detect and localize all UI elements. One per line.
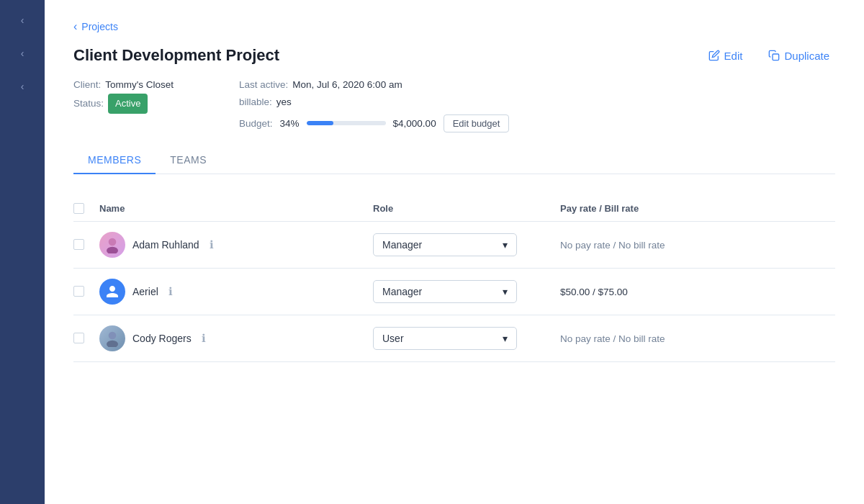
- chevron-down-icon: ▾: [503, 239, 508, 251]
- member-name-container: Aeriel ℹ: [99, 279, 373, 305]
- row-name-cell: Aeriel ℹ: [99, 268, 373, 315]
- svg-point-2: [107, 246, 118, 253]
- client-value: Tommy's Closet: [105, 76, 174, 94]
- chevron-down-icon: ▾: [503, 333, 508, 344]
- budget-amount: $4,000.00: [393, 118, 436, 129]
- billable-value: yes: [276, 94, 292, 111]
- user-icon: [105, 284, 120, 299]
- svg-point-3: [109, 331, 117, 339]
- duplicate-icon: [768, 50, 780, 61]
- progress-bar-fill: [307, 121, 333, 125]
- status-row: Status: Active: [73, 94, 239, 113]
- meta-left: Client: Tommy's Closet Status: Active: [73, 76, 239, 132]
- billable-label: billable:: [239, 94, 272, 111]
- row-role-cell: Manager ▾: [373, 268, 560, 315]
- info-icon[interactable]: ℹ: [168, 285, 173, 298]
- row-rate-cell: No pay rate / No bill rate: [560, 315, 835, 361]
- edit-label: Edit: [724, 50, 743, 62]
- member-name: Aeriel: [132, 286, 158, 297]
- sidebar: ‹ ‹ ‹: [0, 0, 45, 504]
- breadcrumb[interactable]: ‹ Projects: [73, 20, 835, 33]
- progress-bar-background: [307, 121, 386, 125]
- svg-point-1: [109, 238, 117, 246]
- table-row: Aeriel ℹ Manager ▾ $50.00 / $75.00: [73, 268, 835, 315]
- chevron-down-icon: ▾: [503, 286, 508, 297]
- member-name-container: Cody Rogers ℹ: [99, 325, 373, 351]
- row-checkbox[interactable]: [73, 333, 84, 343]
- edit-button[interactable]: Edit: [703, 47, 749, 65]
- last-active-value: Mon, Jul 6, 2020 6:00 am: [292, 76, 402, 94]
- row-check-cell: [73, 315, 99, 361]
- row-name-cell: Cody Rogers ℹ: [99, 315, 373, 361]
- header-role: Role: [373, 196, 560, 222]
- edit-icon: [708, 50, 720, 61]
- header-actions: Edit Duplicate: [703, 47, 835, 65]
- header-rate: Pay rate / Bill rate: [560, 196, 835, 222]
- duplicate-button[interactable]: Duplicate: [762, 47, 835, 65]
- page-title: Client Development Project: [73, 46, 279, 65]
- status-badge: Active: [108, 94, 148, 113]
- name-header-label: Name: [99, 203, 125, 214]
- tab-members[interactable]: MEMBERS: [73, 147, 156, 174]
- role-value: User: [382, 333, 404, 344]
- budget-row: Budget: 34% $4,000.00 Edit budget: [239, 114, 835, 132]
- row-checkbox[interactable]: [73, 239, 84, 250]
- edit-budget-button[interactable]: Edit budget: [444, 114, 510, 132]
- member-name: Cody Rogers: [132, 333, 192, 344]
- row-check-cell: [73, 221, 99, 268]
- row-rate-cell: No pay rate / No bill rate: [560, 221, 835, 268]
- rate-header-label: Pay rate / Bill rate: [560, 203, 639, 214]
- role-dropdown[interactable]: Manager ▾: [373, 233, 517, 256]
- budget-percent: 34%: [280, 118, 300, 129]
- role-value: Manager: [382, 239, 422, 251]
- duplicate-label: Duplicate: [784, 50, 829, 62]
- row-checkbox[interactable]: [73, 286, 84, 297]
- main-content: ‹ Projects Client Development Project Ed…: [45, 0, 864, 504]
- member-name-container: Adam Ruhland ℹ: [99, 232, 373, 258]
- member-name: Adam Ruhland: [132, 239, 199, 251]
- avatar: [99, 232, 125, 258]
- avatar-person-icon: [104, 330, 121, 347]
- table-row: Adam Ruhland ℹ Manager ▾ No pay rate / N…: [73, 221, 835, 268]
- breadcrumb-label: Projects: [81, 21, 118, 32]
- sidebar-collapse-1[interactable]: ‹: [21, 14, 24, 26]
- page-header: Client Development Project Edit Duplicat…: [73, 46, 835, 65]
- last-active-label: Last active:: [239, 76, 288, 94]
- last-active-row: Last active: Mon, Jul 6, 2020 6:00 am: [239, 76, 835, 94]
- role-dropdown[interactable]: Manager ▾: [373, 280, 517, 303]
- row-role-cell: Manager ▾: [373, 221, 560, 268]
- meta-right: Last active: Mon, Jul 6, 2020 6:00 am bi…: [239, 76, 835, 132]
- tabs-container: MEMBERS TEAMS: [73, 147, 835, 174]
- role-value: Manager: [382, 286, 422, 297]
- role-header-label: Role: [373, 203, 393, 214]
- header-name: Name: [99, 196, 373, 222]
- row-role-cell: User ▾: [373, 315, 560, 361]
- avatar: [99, 325, 125, 351]
- info-icon[interactable]: ℹ: [210, 238, 214, 251]
- sidebar-collapse-2[interactable]: ‹: [21, 48, 24, 59]
- project-meta: Client: Tommy's Closet Status: Active La…: [73, 76, 835, 132]
- svg-point-4: [107, 340, 118, 346]
- client-label: Client:: [73, 76, 101, 94]
- table-row: Cody Rogers ℹ User ▾ No pay rate / No bi…: [73, 315, 835, 361]
- client-row: Client: Tommy's Closet: [73, 76, 239, 94]
- row-name-cell: Adam Ruhland ℹ: [99, 221, 373, 268]
- status-label: Status:: [73, 95, 104, 112]
- row-rate-cell: $50.00 / $75.00: [560, 268, 835, 315]
- header-checkbox-cell: [73, 196, 99, 222]
- rate-value: No pay rate / No bill rate: [560, 240, 665, 251]
- avatar-person-icon: [104, 236, 121, 253]
- avatar: [99, 279, 125, 305]
- rate-value: $50.00 / $75.00: [560, 287, 628, 297]
- info-icon[interactable]: ℹ: [202, 332, 206, 345]
- svg-rect-0: [773, 54, 779, 60]
- row-check-cell: [73, 268, 99, 315]
- sidebar-collapse-3[interactable]: ‹: [21, 81, 24, 92]
- budget-label: Budget:: [239, 118, 273, 129]
- rate-value: No pay rate / No bill rate: [560, 333, 665, 344]
- select-all-checkbox[interactable]: [73, 203, 84, 214]
- tab-teams[interactable]: TEAMS: [156, 147, 221, 174]
- role-dropdown[interactable]: User ▾: [373, 327, 517, 350]
- billable-row: billable: yes: [239, 94, 835, 111]
- members-table: Name Role Pay rate / Bill rate: [73, 196, 835, 362]
